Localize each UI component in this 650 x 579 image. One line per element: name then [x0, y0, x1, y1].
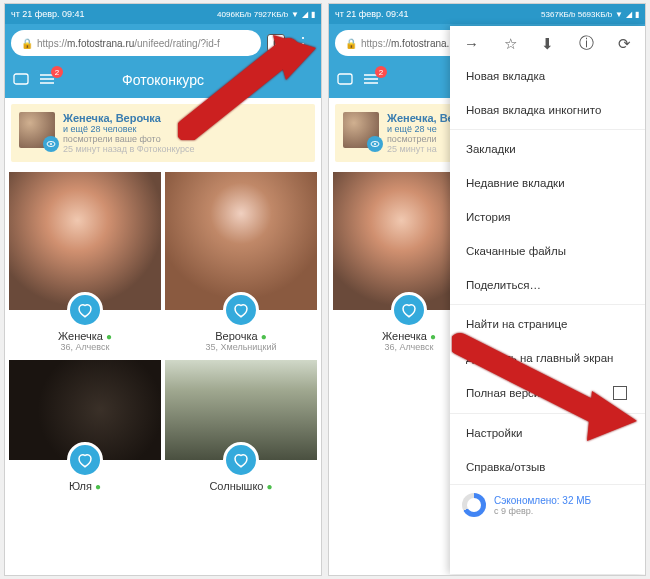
photo-card[interactable]: Юля ● [9, 360, 161, 496]
url-domain: m.fotostrana.ru [391, 38, 458, 49]
forward-icon[interactable]: → [464, 35, 479, 52]
card-name: Женечка [58, 330, 103, 342]
svg-rect-3 [338, 74, 352, 84]
status-indicators: 5367КБ/b 5693КБ/b ▼ ◢ ▮ [541, 10, 639, 19]
menu-settings[interactable]: Настройки [450, 416, 645, 450]
menu-toolbar: → ☆ ⬇ ⓘ ⟳ [450, 26, 645, 59]
like-button[interactable] [223, 292, 259, 328]
notification-badge: 2 [375, 66, 387, 78]
svg-rect-0 [14, 74, 28, 84]
url-prefix: https:// [37, 38, 67, 49]
phone-right: чт 21 февр. 09:41 5367КБ/b 5693КБ/b ▼ ◢ … [328, 3, 646, 576]
online-indicator: ● [106, 331, 112, 342]
url-prefix: https:// [361, 38, 391, 49]
lock-icon: 🔒 [21, 38, 33, 49]
url-field[interactable]: 🔒 https://m.fotostrana.ru/unifeed/rating… [11, 30, 261, 56]
like-button[interactable] [67, 442, 103, 478]
menu-lines-icon[interactable]: 2 [39, 72, 55, 88]
download-icon[interactable]: ⬇ [541, 35, 554, 53]
notification-badge: 2 [51, 66, 63, 78]
notification-avatar [19, 112, 55, 148]
reload-icon[interactable]: ⟳ [618, 35, 631, 53]
net-stats: 5367КБ/b 5693КБ/b [541, 10, 612, 19]
status-datetime: чт 21 февр. 09:41 [11, 9, 85, 19]
card-name: Верочка [215, 330, 257, 342]
status-bar: чт 21 февр. 09:41 4096КБ/b 7927КБ/b ▼ ◢ … [5, 4, 321, 24]
data-saver-icon [462, 493, 486, 517]
star-icon[interactable]: ☆ [504, 35, 517, 53]
page-title: Фотоконкурс [122, 72, 204, 88]
battery-icon: ▮ [311, 10, 315, 19]
like-button[interactable] [67, 292, 103, 328]
notification-more: и ещё 28 человек [63, 124, 195, 134]
eye-icon [367, 136, 383, 152]
notification-text: Женечка, Верочка и ещё 28 человек посмот… [63, 112, 195, 154]
wifi-icon: ▼ [615, 10, 623, 19]
menu-downloads[interactable]: Скачанные файлы [450, 234, 645, 268]
card-meta: 36, Алчевск [382, 342, 436, 352]
menu-help[interactable]: Справка/отзыв [450, 450, 645, 484]
card-name: Юля [69, 480, 92, 492]
photo-image [165, 172, 317, 310]
like-button[interactable] [223, 442, 259, 478]
photo-image [9, 172, 161, 310]
status-bar: чт 21 февр. 09:41 5367КБ/b 5693КБ/b ▼ ◢ … [329, 4, 645, 24]
photo-image [9, 360, 161, 460]
messages-icon[interactable] [337, 72, 353, 88]
battery-icon: ▮ [635, 10, 639, 19]
menu-find[interactable]: Найти на странице [450, 307, 645, 341]
wifi-icon: ▼ [291, 10, 299, 19]
url-domain: m.fotostrana.ru [67, 38, 134, 49]
data-saver-row[interactable]: Сэкономлено: 32 МБ с 9 февр. [450, 484, 645, 525]
photo-grid: Женечка ● 36, Алчевск Верочка ● 35, Хмел… [5, 168, 321, 500]
menu-new-incognito[interactable]: Новая вкладка инкогнито [450, 93, 645, 127]
photo-card[interactable]: Женечка ● 36, Алчевск [9, 172, 161, 356]
signal-icon: ◢ [626, 10, 632, 19]
photo-card[interactable]: Верочка ● 35, Хмельницкий [165, 172, 317, 356]
phone-left: чт 21 февр. 09:41 4096КБ/b 7927КБ/b ▼ ◢ … [4, 3, 322, 576]
info-icon[interactable]: ⓘ [579, 34, 594, 53]
card-meta: 35, Хмельницкий [206, 342, 277, 352]
app-header: 2 Фотоконкурс [5, 62, 321, 98]
svg-point-5 [374, 143, 376, 145]
status-indicators: 4096КБ/b 7927КБ/b ▼ ◢ ▮ [217, 10, 315, 19]
net-stats: 4096КБ/b 7927КБ/b [217, 10, 288, 19]
online-indicator: ● [261, 331, 267, 342]
like-button[interactable] [391, 292, 427, 328]
menu-bookmarks[interactable]: Закладки [450, 132, 645, 166]
svg-point-2 [50, 143, 52, 145]
card-meta: 36, Алчевск [58, 342, 112, 352]
menu-new-tab[interactable]: Новая вкладка [450, 59, 645, 93]
desktop-checkbox[interactable] [613, 386, 627, 400]
card-name: Солнышко [209, 480, 263, 492]
lock-icon: 🔒 [345, 38, 357, 49]
card-name: Женечка [382, 330, 427, 342]
menu-desktop-label: Полная версия [466, 387, 546, 399]
notification-card[interactable]: Женечка, Верочка и ещё 28 человек посмот… [11, 104, 315, 162]
photo-card[interactable]: Солнышко ● [165, 360, 317, 496]
messages-icon[interactable] [13, 72, 29, 88]
menu-dots-icon[interactable]: ⋮ [291, 34, 315, 53]
notification-names: Женечка, Верочка [63, 112, 195, 124]
menu-share[interactable]: Поделиться… [450, 268, 645, 302]
menu-recent-tabs[interactable]: Недавние вкладки [450, 166, 645, 200]
notification-ago: 25 минут назад в Фотоконкурсе [63, 144, 195, 154]
data-saver-amount: Сэкономлено: 32 МБ [494, 495, 591, 506]
menu-history[interactable]: История [450, 200, 645, 234]
menu-desktop-site[interactable]: Полная версия [450, 375, 645, 411]
notification-viewed: посмотрели ваше фото [63, 134, 195, 144]
photo-image [165, 360, 317, 460]
menu-lines-icon[interactable]: 2 [363, 72, 379, 88]
tabs-button[interactable]: 6 [267, 34, 285, 52]
browser-toolbar: 🔒 https://m.fotostrana.ru/unifeed/rating… [5, 24, 321, 62]
data-saver-since: с 9 февр. [494, 506, 591, 516]
notification-avatar [343, 112, 379, 148]
url-path: /unifeed/rating/?id-f [134, 38, 220, 49]
online-indicator: ● [95, 481, 101, 492]
eye-icon [43, 136, 59, 152]
signal-icon: ◢ [302, 10, 308, 19]
browser-menu: → ☆ ⬇ ⓘ ⟳ Новая вкладка Новая вкладка ин… [450, 26, 645, 574]
status-datetime: чт 21 февр. 09:41 [335, 9, 409, 19]
online-indicator: ● [430, 331, 436, 342]
menu-add-to-home[interactable]: Добавить на главный экран [450, 341, 645, 375]
